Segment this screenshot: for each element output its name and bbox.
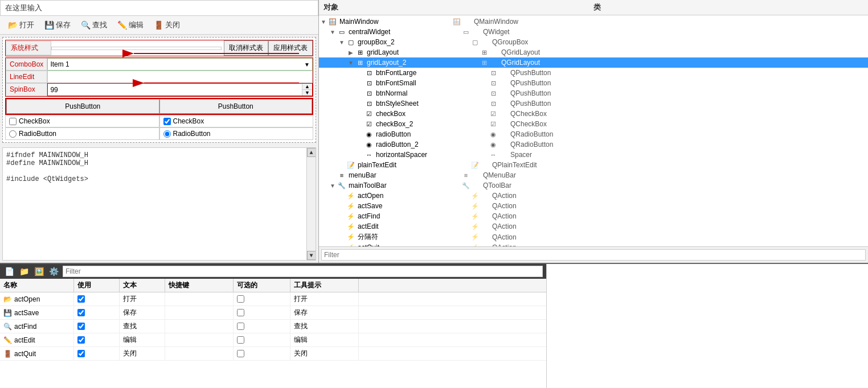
filter-input[interactable] [63,266,543,277]
tree-item[interactable]: ◉radioButton_2◉QRadioButton [319,139,868,150]
spinbox-down-btn[interactable]: ▼ [302,90,312,96]
tree-class-icon: ◉ [489,140,498,149]
checkable-checkbox[interactable] [237,336,244,344]
tree-item-class: QAction [481,192,517,200]
tree-item[interactable]: ⚡actEdit⚡QAction [319,221,868,232]
tree-item[interactable]: 🔧mainToolBar🔧QToolBar [319,180,868,191]
tree-item-class: QRadioButton [499,130,553,138]
code-scrollbar[interactable]: ▲ ▼ [306,148,316,260]
checkbox2-label: CheckBox [173,117,204,125]
tree-expand-arrow[interactable] [337,39,346,46]
action-icon: 💾 [3,309,12,317]
checkable-checkbox[interactable] [237,323,244,330]
td-checkable[interactable] [234,333,290,346]
table-row[interactable]: 💾actSave保存保存 [0,306,546,320]
tree-item[interactable]: ⊡btnFontSmall⊡QPushButton [319,78,868,88]
lineedit-input[interactable] [50,73,310,81]
save-button[interactable]: 💾 保存 [40,18,75,32]
td-used[interactable] [74,347,120,360]
table-row[interactable]: 🔍actFind查找查找 [0,320,546,333]
find-button[interactable]: 🔍 查找 [76,18,112,32]
cancel-style-button[interactable]: 取消样式表 [224,40,268,56]
td-checkable[interactable] [234,306,290,319]
tree-item[interactable]: ⊡btnStyleSheet⊡QPushButton [319,98,868,109]
tree-item[interactable]: ☑checkBox☑QCheckBox [319,109,868,119]
tree-item[interactable]: ▢groupBox_2▢QGroupBox [319,37,868,47]
checkable-checkbox[interactable] [237,350,244,357]
td-checkable[interactable] [234,320,290,333]
checkable-checkbox[interactable] [237,309,244,316]
tree-item-name: menuBar [347,171,461,179]
pushbutton2[interactable]: PushButton [159,99,313,114]
tree-expand-arrow[interactable] [328,183,337,189]
object-tree: 🪟MainWindow🪟QMainWindow▭centralWidget▭QW… [319,15,868,246]
open-button[interactable]: 📂 打开 [3,18,39,32]
code-editor: #ifndef MAINWINDOW_H #define MAINWINDOW_… [2,147,316,261]
folder-icon[interactable]: 📁 [18,266,30,277]
td-tooltip: 关闭 [290,347,359,360]
tree-item[interactable]: ◉radioButton◉QRadioButton [319,129,868,139]
tree-item[interactable]: ⊞gridLayout_2⊞QGridLayout [319,57,868,68]
tree-expand-arrow[interactable] [319,19,328,25]
tree-item[interactable]: ↔horizontalSpacer↔Spacer [319,150,868,160]
combobox-control[interactable]: Item 1 ▼ [47,58,313,71]
table-row[interactable]: 🚪actQuit关闭关闭 [0,347,546,361]
tree-item[interactable]: ⚡分隔符⚡QAction [319,232,868,242]
used-checkbox[interactable] [77,350,85,357]
radio1-input[interactable] [9,130,17,138]
td-used[interactable] [74,292,120,306]
tree-item[interactable]: 🪟MainWindow🪟QMainWindow [319,16,868,27]
td-used[interactable] [74,306,120,319]
edit-button[interactable]: ✏️ 编辑 [113,18,148,32]
used-checkbox[interactable] [77,323,85,330]
spinbox-up-btn[interactable]: ▲ [302,84,312,90]
tree-item[interactable]: ⚡actQuit⚡QAction [319,242,868,246]
tree-item[interactable]: ☑checkBox_2☑QCheckBox [319,119,868,129]
td-checkable[interactable] [234,347,290,360]
th-checkable: 可选的 [234,279,290,292]
style-label: 系统样式 [6,41,51,55]
tree-item-class: QAction [481,222,517,230]
tree-item[interactable]: ⚡actFind⚡QAction [319,211,868,221]
bottom-filter-input[interactable] [321,249,866,261]
pushbutton1[interactable]: PushButton [6,99,159,114]
used-checkbox[interactable] [77,336,85,344]
tree-expand-arrow[interactable] [346,49,355,56]
radio2-label: RadioButton [173,130,211,138]
tree-expand-arrow[interactable] [346,60,355,66]
td-used[interactable] [74,320,120,333]
scroll-down-btn[interactable]: ▼ [307,251,316,260]
close-button[interactable]: 🚪 关闭 [149,18,185,32]
tree-item[interactable]: ▭centralWidget▭QWidget [319,27,868,37]
image-icon[interactable]: 🖼️ [33,266,44,277]
td-used[interactable] [74,333,120,346]
tree-expand-arrow[interactable] [328,29,337,35]
tree-item[interactable]: ⊞gridLayout⊞QGridLayout [319,47,868,57]
tree-item[interactable]: ⚡actOpen⚡QAction [319,191,868,201]
radio2-input[interactable] [163,130,171,138]
lineedit-control[interactable] [47,71,313,83]
save-label: 保存 [56,20,71,30]
scroll-up-btn[interactable]: ▲ [307,148,316,157]
tree-item[interactable]: 📝plainTextEdit📝QPlainTextEdit [319,160,868,170]
table-row[interactable]: ✏️actEdit编辑编辑 [0,333,546,347]
td-text: 编辑 [120,333,165,346]
settings-icon[interactable]: ⚙️ [48,266,59,277]
checkbox2-input[interactable] [163,118,171,125]
spinbox-value: 99 [48,85,302,95]
checkable-checkbox[interactable] [237,295,244,303]
tree-item[interactable]: ⊡btnFontLarge⊡QPushButton [319,68,868,78]
apply-style-button[interactable]: 应用样式表 [268,40,313,56]
td-checkable[interactable] [234,292,290,306]
tree-object-icon: 🔧 [337,181,346,190]
tree-item[interactable]: ⊡btnNormal⊡QPushButton [319,88,868,98]
used-checkbox[interactable] [77,295,85,303]
tree-item-name: plainTextEdit [357,161,470,169]
tree-item[interactable]: ≡menuBar≡QMenuBar [319,170,868,180]
tree-item-name: radioButton [375,130,489,138]
tree-item[interactable]: ⚡actSave⚡QAction [319,201,868,211]
checkbox1-input[interactable] [9,118,17,125]
table-row[interactable]: 📂actOpen打开打开 [0,292,546,306]
used-checkbox[interactable] [77,309,85,316]
page-icon[interactable]: 📄 [3,266,15,277]
